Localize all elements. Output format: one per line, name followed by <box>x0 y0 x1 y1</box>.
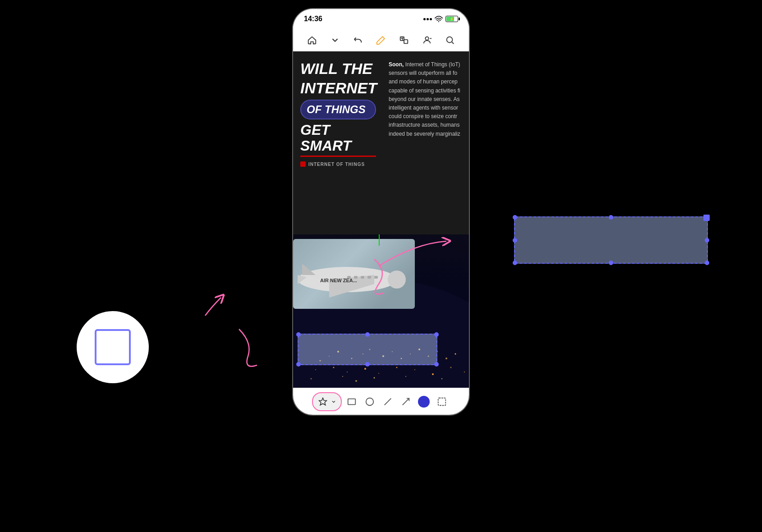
signal-icon <box>423 18 432 20</box>
status-icons: ⚡ <box>423 16 458 22</box>
tag-line: INTERNET OF THINGS <box>300 161 376 167</box>
svg-point-0 <box>438 21 439 22</box>
svg-point-32 <box>464 371 465 372</box>
rectangle-tool[interactable] <box>344 394 360 410</box>
airplane-svg: AIR NEW ZEA... <box>293 239 415 309</box>
wifi-icon <box>435 16 443 22</box>
arrow-tool[interactable] <box>398 394 414 410</box>
phone-frame: 14:36 ⚡ <box>293 9 469 415</box>
handle-tm <box>365 332 370 337</box>
handle-tl <box>296 332 301 337</box>
handle-r-mr <box>705 238 709 243</box>
headline-internet: INTERNET <box>300 80 376 96</box>
svg-point-22 <box>455 353 456 355</box>
select-tool[interactable] <box>434 394 450 410</box>
svg-point-35 <box>355 380 357 382</box>
headline-will: WILL THE <box>300 60 376 77</box>
handle-r-tl <box>513 215 517 220</box>
handle-r-tm <box>609 215 613 220</box>
status-bar: 14:36 ⚡ <box>293 9 469 29</box>
undo-button[interactable] <box>350 32 366 48</box>
handle-r-bl <box>513 261 517 265</box>
svg-point-34 <box>342 376 343 377</box>
tag-text: INTERNET OF THINGS <box>308 162 365 167</box>
svg-point-30 <box>432 373 434 375</box>
floating-square-icon <box>95 329 131 365</box>
svg-rect-56 <box>438 398 446 405</box>
svg-point-41 <box>388 271 406 289</box>
svg-point-33 <box>311 378 312 380</box>
handle-br <box>434 362 439 367</box>
svg-rect-49 <box>374 276 378 279</box>
circle-tool[interactable] <box>362 394 378 410</box>
contacts-button[interactable] <box>419 32 435 48</box>
status-time: 14:36 <box>304 15 322 23</box>
handle-tr <box>434 332 439 337</box>
svg-point-28 <box>396 367 398 368</box>
home-button[interactable] <box>304 32 320 48</box>
svg-rect-48 <box>367 276 371 279</box>
content-area: WILL THE INTERNET OF THINGS GET SMART IN… <box>293 51 469 415</box>
fill-tool[interactable] <box>416 394 432 410</box>
handle-bl <box>296 362 301 367</box>
earth-section: AIR NEW ZEA... <box>293 234 469 388</box>
shapes-tool-group[interactable] <box>312 392 342 411</box>
pencil-button[interactable] <box>373 32 389 48</box>
selection-box-right[interactable] <box>514 216 708 264</box>
floating-circle <box>77 311 149 383</box>
selection-box-lower[interactable] <box>298 334 437 365</box>
svg-point-53 <box>366 398 374 405</box>
dropdown-button[interactable] <box>327 32 343 48</box>
svg-point-36 <box>374 377 375 379</box>
svg-point-31 <box>450 367 452 368</box>
svg-marker-51 <box>319 398 327 405</box>
svg-line-55 <box>403 398 409 405</box>
shapes-dropdown[interactable] <box>330 395 337 408</box>
svg-text:AIR NEW ZEA...: AIR NEW ZEA... <box>320 278 357 283</box>
svg-point-26 <box>364 368 366 370</box>
svg-point-37 <box>405 376 406 377</box>
svg-rect-52 <box>348 399 356 404</box>
svg-point-3 <box>426 37 429 40</box>
svg-rect-47 <box>361 276 364 279</box>
svg-line-6 <box>452 42 454 44</box>
svg-point-23 <box>315 369 316 370</box>
airplane-image: AIR NEW ZEA... <box>293 239 415 309</box>
handle-r-bm <box>609 261 613 265</box>
battery-icon: ⚡ <box>445 16 458 22</box>
svg-point-29 <box>414 369 415 370</box>
corner-handle-icon <box>703 215 710 221</box>
article-body: Soon, Internet of Things (IoT) sensors w… <box>389 60 464 138</box>
line-tool[interactable] <box>380 394 396 410</box>
handle-bm <box>365 362 370 367</box>
headline-get-smart: GET SMART <box>300 122 376 157</box>
scene: 14:36 ⚡ <box>0 0 762 532</box>
translate-button[interactable] <box>396 32 412 48</box>
svg-line-54 <box>385 398 391 405</box>
svg-rect-2 <box>404 40 408 43</box>
svg-point-27 <box>378 373 379 374</box>
tag-square <box>300 161 306 167</box>
handle-r-ml <box>513 238 517 243</box>
svg-point-21 <box>445 358 447 359</box>
svg-point-38 <box>441 378 443 380</box>
svg-point-5 <box>447 37 453 42</box>
top-toolbar <box>293 29 469 51</box>
svg-point-24 <box>333 367 335 368</box>
cursor-line <box>379 234 380 246</box>
bottom-toolbar <box>293 388 469 415</box>
search-button[interactable] <box>442 32 458 48</box>
headline-of-things: OF THINGS <box>300 100 376 119</box>
handle-r-br <box>705 261 709 265</box>
shapes-icon[interactable] <box>317 395 329 408</box>
svg-point-25 <box>347 371 348 372</box>
